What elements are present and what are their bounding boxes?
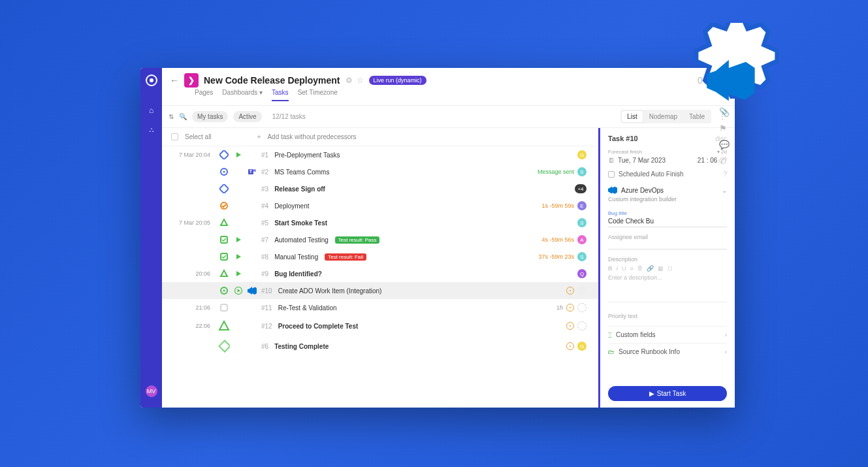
task-row[interactable]: T #2 MS Teams Comms Message sentS — [162, 163, 598, 180]
assignee-avatar[interactable]: S — [577, 218, 587, 227]
underline-icon[interactable]: U — [622, 265, 626, 272]
source-runbook-label: Source Runbook Info — [619, 348, 680, 355]
calendar-icon[interactable]: 🗓 — [608, 157, 615, 164]
back-icon[interactable]: ← — [170, 75, 179, 86]
description-input[interactable]: Enter a description... — [608, 274, 727, 302]
task-row[interactable]: #4 Deployment 1s -59m 59sE — [162, 197, 598, 214]
play-icon[interactable] — [234, 236, 243, 243]
task-row[interactable]: 22:06 #12 Proceed to Complete Test — [162, 316, 598, 336]
home-icon[interactable]: ⌂ — [149, 106, 153, 115]
start-task-button[interactable]: ▶ Start Task — [608, 386, 727, 401]
my-tasks-chip[interactable]: My tasks — [192, 111, 228, 122]
subnav-dashboards-[interactable]: Dashboards ▾ — [222, 89, 263, 101]
assignee-avatar[interactable]: S — [577, 252, 587, 261]
live-run-badge: Live run (dynamic) — [369, 76, 426, 85]
task-row[interactable]: #7 Automated Testing Test result: Pass 4… — [162, 231, 598, 248]
assignee-avatar[interactable]: S — [577, 167, 587, 176]
task-number: #2 — [261, 169, 268, 176]
node-icon — [218, 320, 230, 332]
assignee-avatar[interactable]: G — [577, 342, 587, 351]
star-icon[interactable]: ☆ — [357, 76, 364, 85]
bug-title-label: Bug title — [608, 210, 727, 216]
view-list[interactable]: List — [622, 111, 643, 122]
node-icon — [218, 269, 230, 278]
forecast-time[interactable]: 21 : 06 — [698, 157, 718, 164]
task-row[interactable]: #8 Manual Testing Test result: Fail 37s … — [162, 248, 598, 265]
task-meta: 1h — [556, 304, 563, 311]
italic-icon[interactable]: I — [617, 265, 619, 272]
list2-icon[interactable]: ≣ — [637, 265, 643, 272]
unassigned-avatar[interactable] — [577, 321, 587, 330]
status-icon — [566, 322, 574, 330]
add-icon[interactable]: + — [257, 133, 261, 140]
integration-name[interactable]: Azure DevOps — [621, 187, 664, 194]
assignee-avatar[interactable]: E — [577, 201, 587, 210]
custom-fields-row[interactable]: ⌶ Custom fields › — [608, 326, 727, 343]
project-badge-icon: ❯ — [184, 73, 199, 88]
subnav-tasks[interactable]: Tasks — [272, 89, 289, 101]
bold-icon[interactable]: B — [608, 265, 613, 272]
fields-icon: ⌶ — [608, 331, 612, 338]
task-number: #4 — [261, 202, 268, 210]
task-row[interactable]: #3 Release Sign off +4 — [162, 180, 598, 197]
task-number: #5 — [261, 219, 268, 227]
add-task-label[interactable]: Add task without predecessors — [267, 133, 356, 140]
assignee-avatar[interactable]: A — [577, 235, 587, 244]
code-icon[interactable]: ⟨⟩ — [667, 265, 673, 272]
more-assignees-badge[interactable]: +4 — [575, 184, 587, 193]
task-number: #7 — [261, 236, 268, 244]
assignee-avatar[interactable]: Q — [577, 269, 587, 278]
task-row[interactable]: 7 Mar 20:05 #5 Start Smoke Test S — [162, 214, 598, 231]
chevron-right-icon: › — [725, 348, 727, 355]
node-icon — [218, 201, 230, 210]
image-icon[interactable]: ▦ — [658, 265, 664, 272]
auto-finish-checkbox[interactable] — [608, 171, 615, 178]
play-icon[interactable] — [234, 152, 243, 158]
active-chip[interactable]: Active — [233, 111, 261, 122]
user-avatar[interactable]: MV — [146, 385, 157, 397]
rtf-toolbar[interactable]: B I U ≡ ≣ 🔗 ▦ ⟨⟩ — [608, 265, 727, 272]
task-row[interactable]: 21:06 #11 Re-Test & Validation 1h — [162, 299, 598, 316]
link-icon[interactable]: 🔗 — [647, 265, 654, 272]
task-row[interactable]: 20:06 #9 Bug Identified? Q — [162, 265, 598, 282]
bug-title-input[interactable]: Code Check Bu — [608, 216, 727, 227]
task-number: #10 — [261, 287, 272, 295]
app-logo-icon[interactable] — [146, 74, 157, 86]
unassigned-avatar[interactable] — [577, 303, 587, 312]
play-icon[interactable] — [234, 253, 243, 260]
gear-icon[interactable]: ⚙ — [346, 76, 353, 85]
chevron-down-icon[interactable]: ⌄ — [722, 187, 727, 194]
task-row[interactable]: #10 Create ADO Work Item (Integration) — [162, 282, 598, 299]
people-icon[interactable]: ⛬ — [148, 125, 155, 135]
status-icon — [566, 287, 574, 295]
list-icon[interactable]: ≡ — [630, 265, 634, 272]
task-row[interactable]: 7 Mar 20:04 #1 Pre-Deployment Tasks G — [162, 146, 598, 163]
task-number: #8 — [261, 253, 268, 261]
help-icon[interactable]: ? — [723, 170, 727, 178]
assignee-input[interactable] — [608, 240, 727, 250]
filter-icon[interactable]: ⇅ — [169, 113, 174, 120]
node-icon — [218, 340, 230, 353]
task-name: Re-Test & Validation — [278, 304, 337, 312]
unassigned-avatar[interactable] — [577, 286, 587, 295]
svg-rect-14 — [219, 341, 230, 352]
subnav-pages[interactable]: Pages — [195, 89, 213, 101]
phone-icon[interactable]: ✆ — [719, 156, 730, 166]
task-row[interactable]: #6 Testing Complete G — [162, 336, 598, 357]
play-icon: ▶ — [649, 390, 654, 397]
play-icon[interactable] — [234, 287, 243, 295]
source-runbook-row[interactable]: 🗁 Source Runbook Info › — [608, 343, 727, 360]
assignee-avatar[interactable]: G — [577, 150, 587, 159]
forecast-date[interactable]: Tue, 7 Mar 2023 — [618, 157, 666, 164]
select-all-label[interactable]: Select all — [185, 133, 212, 140]
search-icon[interactable]: 🔍 — [179, 113, 187, 120]
subnav-set-timezone[interactable]: Set Timezone — [298, 89, 338, 101]
play-icon[interactable] — [234, 270, 243, 277]
task-number: #12 — [261, 323, 272, 330]
chat-icon[interactable]: 💬 — [719, 140, 730, 150]
select-all-checkbox[interactable] — [171, 133, 178, 140]
task-name: MS Teams Comms — [274, 169, 329, 176]
azure-devops-gear-badge — [673, 23, 790, 140]
node-icon — [218, 286, 230, 295]
task-name: Automated Testing — [274, 236, 329, 244]
